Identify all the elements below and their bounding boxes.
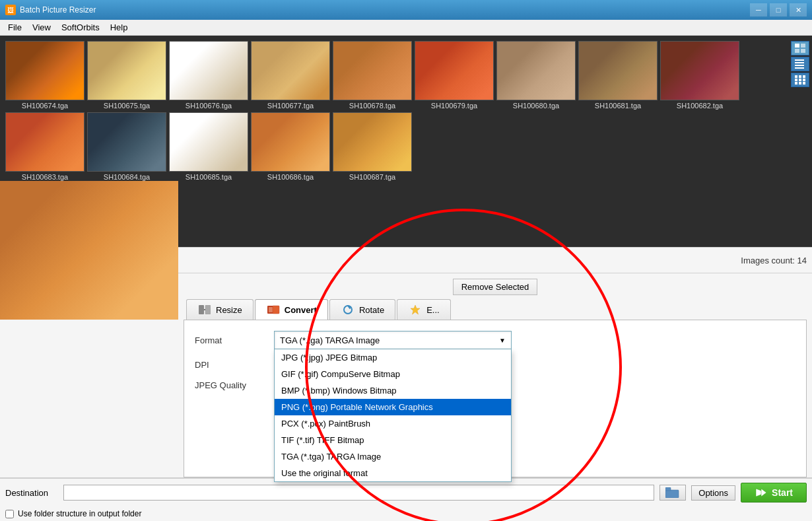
thumb-img: [333, 112, 412, 172]
svg-rect-17: [199, 305, 204, 314]
image-row-2: SH100683.tga SH100684.tga SH100685.tga S…: [5, 112, 807, 181]
image-row-1: SH100674.tga SH100675.tga SH100676.tga S…: [5, 41, 807, 110]
menu-file[interactable]: File: [3, 21, 27, 34]
svg-rect-10: [803, 75, 805, 78]
thumb-img: [87, 112, 166, 172]
format-select-display[interactable]: TGA (*.tga) TARGA Image ▼: [274, 331, 512, 349]
list-item[interactable]: SH100682.tga: [660, 41, 739, 110]
dropdown-item-bmp[interactable]: BMP (*.bmp) Windows Bitmap: [275, 382, 511, 399]
destination-row: Destination Options Start: [0, 478, 812, 506]
thumb-label: SH100677.tga: [267, 102, 314, 110]
dropdown-item-pcx[interactable]: PCX (*.pcx) PaintBrush: [275, 415, 511, 432]
images-count: Images count: 14: [741, 256, 807, 265]
thumb-img: [169, 112, 248, 172]
view-thumbnail-button[interactable]: [791, 41, 809, 55]
svg-rect-2: [795, 49, 799, 53]
effects-icon: [408, 304, 423, 316]
dropdown-item-jpg[interactable]: JPG (*.jpg) JPEG Bitmap: [275, 349, 511, 366]
thumb-img: [5, 112, 85, 172]
tab-content-convert: Format TGA (*.tga) TARGA Image ▼ JPG (*.…: [184, 320, 807, 477]
destination-label: Destination: [5, 488, 58, 498]
thumb-label: SH100676.tga: [186, 102, 232, 110]
tab-rotate-label: Rotate: [359, 305, 384, 315]
svg-rect-11: [795, 79, 797, 81]
start-button[interactable]: Start: [741, 483, 807, 503]
menu-softorbits[interactable]: SoftOrbits: [56, 21, 105, 34]
view-list-button[interactable]: [791, 57, 809, 71]
thumb-label: SH100684.tga: [104, 173, 150, 181]
list-item[interactable]: SH100680.tga: [496, 41, 576, 110]
svg-rect-9: [799, 75, 801, 78]
list-item[interactable]: SH100681.tga: [578, 41, 658, 110]
destination-browse-button[interactable]: [660, 485, 686, 501]
tab-rotate[interactable]: Rotate: [329, 299, 395, 320]
svg-rect-4: [795, 59, 804, 61]
svg-rect-6: [795, 65, 804, 66]
tab-resize-label: Resize: [216, 305, 242, 315]
dropdown-item-tga[interactable]: TGA (*.tga) TARGA Image: [275, 448, 511, 465]
thumb-img: [251, 41, 330, 100]
svg-rect-18: [205, 305, 211, 314]
view-grid-button[interactable]: [791, 73, 809, 87]
rotate-icon: [341, 304, 355, 316]
folder-structure-checkbox[interactable]: [5, 510, 14, 518]
thumb-label: SH100674.tga: [22, 102, 68, 110]
list-item[interactable]: SH100685.tga: [169, 112, 248, 181]
app-icon: 🖼: [5, 5, 16, 15]
tab-resize[interactable]: Resize: [186, 299, 254, 320]
format-row: Format TGA (*.tga) TARGA Image ▼ JPG (*.…: [195, 331, 795, 349]
svg-rect-15: [799, 82, 801, 85]
list-item[interactable]: SH100687.tga: [333, 112, 412, 181]
menu-view[interactable]: View: [27, 21, 56, 34]
svg-rect-14: [795, 82, 797, 85]
dropdown-item-png[interactable]: PNG (*.png) Portable Network Graphics: [275, 399, 511, 415]
remove-selected-button[interactable]: Remove Selected: [453, 279, 538, 295]
list-item[interactable]: SH100684.tga: [87, 112, 166, 181]
list-item[interactable]: SH100686.tga: [251, 112, 330, 181]
maximize-button[interactable]: □: [770, 3, 787, 17]
options-button[interactable]: Options: [691, 485, 735, 501]
tab-effects[interactable]: E...: [397, 299, 451, 320]
list-item[interactable]: SH100679.tga: [415, 41, 494, 110]
menu-help[interactable]: Help: [105, 21, 133, 34]
svg-rect-12: [799, 79, 801, 81]
dropdown-item-gif[interactable]: GIF (*.gif) CompuServe Bitmap: [275, 366, 511, 382]
list-item[interactable]: SH100675.tga: [87, 41, 166, 110]
remove-row: Remove Selected: [181, 276, 809, 296]
list-item[interactable]: SH100674.tga: [5, 41, 85, 110]
thumb-label: SH100681.tga: [595, 102, 641, 110]
list-item[interactable]: SH100677.tga: [251, 41, 330, 110]
thumb-img: [251, 112, 330, 172]
resize-icon: [197, 304, 212, 316]
title-bar-title: Batch Picture Resizer: [20, 5, 750, 15]
thumb-label: SH100683.tga: [22, 173, 68, 181]
list-item[interactable]: SH100683.tga: [5, 112, 85, 181]
thumb-img: [87, 41, 166, 100]
thumb-img: [578, 41, 658, 100]
svg-point-23: [344, 306, 352, 314]
format-label: Format: [195, 335, 274, 345]
svg-marker-28: [761, 489, 766, 497]
svg-marker-24: [411, 305, 420, 314]
thumb-label: SH100678.tga: [349, 102, 395, 110]
list-item[interactable]: SH100676.tga: [169, 41, 248, 110]
preview-area: [0, 181, 178, 320]
svg-rect-1: [801, 44, 805, 48]
tabs-area: Remove Selected Resize Convert: [178, 273, 812, 477]
checkbox-row: Use folder structure in output folder: [0, 506, 812, 521]
tab-convert-label: Convert: [285, 305, 317, 315]
list-item[interactable]: SH100678.tga: [333, 41, 412, 110]
thumb-img: [333, 41, 412, 100]
svg-rect-26: [665, 487, 671, 491]
destination-input[interactable]: [63, 485, 654, 501]
menu-bar: File View SoftOrbits Help: [0, 20, 812, 36]
preview-image: [0, 181, 178, 320]
minimize-button[interactable]: ─: [750, 3, 767, 17]
bottom-controls: Destination Options Start Use folder str…: [0, 477, 812, 521]
tab-convert[interactable]: Convert: [255, 299, 328, 320]
dropdown-item-original[interactable]: Use the original format: [275, 465, 511, 481]
dropdown-item-tif[interactable]: TIF (*.tif) TIFF Bitmap: [275, 432, 511, 448]
thumb-label: SH100682.tga: [677, 102, 723, 110]
thumb-label: SH100675.tga: [104, 102, 150, 110]
close-button[interactable]: ✕: [790, 3, 807, 17]
